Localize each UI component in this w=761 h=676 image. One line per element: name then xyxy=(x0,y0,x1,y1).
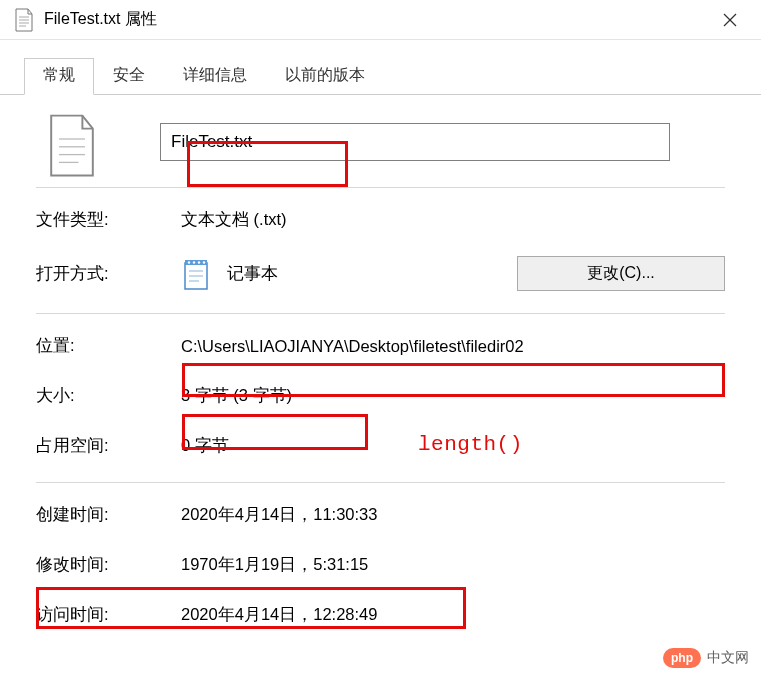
close-icon xyxy=(723,13,737,27)
svg-point-14 xyxy=(198,261,200,263)
value-size: 3 字节 (3 字节) xyxy=(181,385,292,407)
label-filetype: 文件类型: xyxy=(36,209,181,231)
value-filetype: 文本文档 (.txt) xyxy=(181,209,287,231)
watermark-text: 中文网 xyxy=(707,649,749,667)
file-icon xyxy=(14,8,34,32)
filename-row xyxy=(36,113,725,171)
svg-point-15 xyxy=(203,261,205,263)
window-title: FileTest.txt 属性 xyxy=(44,9,707,30)
row-modified: 修改时间: 1970年1月19日，5:31:15 xyxy=(36,551,725,579)
row-size: 大小: 3 字节 (3 字节) xyxy=(36,382,725,410)
row-filetype: 文件类型: 文本文档 (.txt) xyxy=(36,206,725,234)
watermark-badge: php xyxy=(663,648,701,668)
row-openwith: 打开方式: 记事本 更改(C)... xyxy=(36,256,725,291)
label-location: 位置: xyxy=(36,335,181,357)
separator xyxy=(36,482,725,483)
svg-point-12 xyxy=(188,261,190,263)
close-button[interactable] xyxy=(707,0,753,40)
value-openwith: 记事本 xyxy=(227,263,278,285)
tab-security[interactable]: 安全 xyxy=(94,58,164,95)
value-modified: 1970年1月19日，5:31:15 xyxy=(181,554,368,576)
file-large-icon xyxy=(46,113,98,171)
svg-point-13 xyxy=(193,261,195,263)
value-location: C:\Users\LIAOJIANYA\Desktop\filetest\fil… xyxy=(181,337,524,356)
label-openwith: 打开方式: xyxy=(36,263,181,285)
label-accessed: 访问时间: xyxy=(36,604,181,626)
row-location: 位置: C:\Users\LIAOJIANYA\Desktop\filetest… xyxy=(36,332,725,360)
separator xyxy=(36,313,725,314)
label-created: 创建时间: xyxy=(36,504,181,526)
tab-details[interactable]: 详细信息 xyxy=(164,58,266,95)
row-sizeondisk: 占用空间: 0 字节 xyxy=(36,432,725,460)
change-button[interactable]: 更改(C)... xyxy=(517,256,725,291)
filename-input[interactable] xyxy=(160,123,670,161)
separator xyxy=(36,187,725,188)
tab-general[interactable]: 常规 xyxy=(24,58,94,95)
value-sizeondisk: 0 字节 xyxy=(181,435,229,457)
tab-previous-versions[interactable]: 以前的版本 xyxy=(266,58,384,95)
watermark: php 中文网 xyxy=(663,648,749,668)
label-sizeondisk: 占用空间: xyxy=(36,435,181,457)
value-created: 2020年4月14日，11:30:33 xyxy=(181,504,377,526)
label-size: 大小: xyxy=(36,385,181,407)
tab-bar: 常规 安全 详细信息 以前的版本 xyxy=(0,40,761,95)
label-modified: 修改时间: xyxy=(36,554,181,576)
value-accessed: 2020年4月14日，12:28:49 xyxy=(181,604,377,626)
notepad-icon xyxy=(181,257,211,291)
row-accessed: 访问时间: 2020年4月14日，12:28:49 xyxy=(36,601,725,629)
titlebar: FileTest.txt 属性 xyxy=(0,0,761,40)
row-created: 创建时间: 2020年4月14日，11:30:33 xyxy=(36,501,725,529)
properties-panel: 文件类型: 文本文档 (.txt) 打开方式: 记事本 更改 xyxy=(0,95,761,641)
